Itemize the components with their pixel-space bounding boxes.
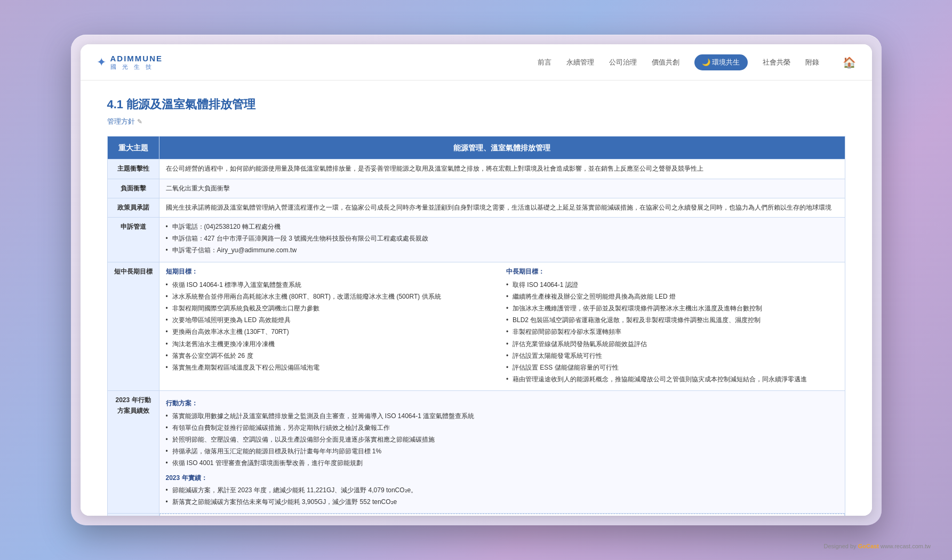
table-row-evaluation: 有效性評估 以能源利用及溫室氣體排放數據做為管理方針 有效性之應及評估指標 46 bbox=[107, 514, 845, 516]
logo-text: ADIMMUNE 國 光 生 技 bbox=[110, 54, 163, 71]
short-term-goals: 短期目標： 依循 ISO 14064-1 標準導入溫室氣體盤查系統 冰水系統整合… bbox=[166, 267, 498, 387]
logo-icon: ✦ bbox=[97, 55, 106, 69]
nav-link-preface[interactable]: 前言 bbox=[538, 58, 551, 67]
edit-icon: ✎ bbox=[137, 118, 142, 125]
footer-brand: Designed by GoCast www.recast.com.tw bbox=[823, 543, 931, 549]
content-area: 4.1 能源及溫室氣體排放管理 管理方針 ✎ 重大主題 能源管理、溫室氣體排放管… bbox=[81, 81, 872, 516]
content-policy: 國光生技承諾將能源及溫室氣體管理納入營運流程運作之一環，在協家公司成長之同時亦考… bbox=[159, 198, 845, 217]
main-table: 重大主題 能源管理、溫室氣體排放管理 主題衝擊性 在公司經營的過程中，如何節約能… bbox=[107, 136, 845, 516]
page-title: 4.1 能源及溫室氣體排放管理 bbox=[107, 97, 845, 113]
label-goals: 短中長期目標 bbox=[107, 262, 159, 391]
label-evaluation: 有效性評估 bbox=[107, 514, 159, 516]
content-action: 行動方案： 落實能源取用數據之統計及溫室氣體排放量之監測及自主審查，並籌備導入 … bbox=[159, 391, 845, 514]
content-evaluation: 以能源利用及溫室氣體排放數據做為管理方針 有效性之應及評估指標 46 bbox=[159, 514, 845, 516]
nav-link-social[interactable]: 社會共榮 bbox=[763, 58, 790, 67]
nav-links: 前言 永續管理 公司治理 價值共創 🌙 環境共生 社會共榮 附錄 🏠 bbox=[538, 54, 856, 70]
content-negative: 二氧化出重大負面衝擊 bbox=[159, 179, 845, 198]
section-label: 管理方針 ✎ bbox=[107, 117, 845, 126]
content-impact: 在公司經營的過程中，如何節約能源使用量及降低溫室氣體排放量，是否妥善管理能源之取… bbox=[159, 159, 845, 179]
label-negative: 負面衝擊 bbox=[107, 179, 159, 198]
browser-window: ✦ ADIMMUNE 國 光 生 技 前言 永續管理 公司治理 價值共創 🌙 環… bbox=[81, 44, 872, 516]
label-action: 2023 年行動方案員績效 bbox=[107, 391, 159, 514]
nav-link-environment[interactable]: 🌙 環境共生 bbox=[694, 54, 748, 70]
nav-link-governance[interactable]: 公司治理 bbox=[609, 58, 637, 67]
header-content-cell: 能源管理、溫室氣體排放管理 bbox=[159, 137, 845, 159]
table-row-goals: 短中長期目標 短期目標： 依循 ISO 14064-1 標準導入溫室氣體盤查系統… bbox=[107, 262, 845, 391]
table-row-policy: 政策員承諾 國光生技承諾將能源及溫室氣體管理納入營運流程運作之一環，在協家公司成… bbox=[107, 198, 845, 217]
table-header-row: 重大主題 能源管理、溫室氣體排放管理 bbox=[107, 137, 845, 159]
table-row-channel: 申訴管道 申訴電話：(04)2538120 轉工程處分機 申訴信箱：427 台中… bbox=[107, 217, 845, 262]
mid-long-term-goals: 中長期目標： 取得 ISO 14064-1 認證 繼續將生產棟複及辦公室之照明能… bbox=[506, 267, 838, 387]
nav-link-value[interactable]: 價值共創 bbox=[652, 58, 679, 67]
label-channel: 申訴管道 bbox=[107, 217, 159, 262]
nav-bar: ✦ ADIMMUNE 國 光 生 技 前言 永續管理 公司治理 價值共創 🌙 環… bbox=[81, 44, 872, 81]
label-impact: 主題衝擊性 bbox=[107, 159, 159, 179]
label-policy: 政策員承諾 bbox=[107, 198, 159, 217]
logo-main: ADIMMUNE bbox=[110, 54, 163, 63]
logo-sub: 國 光 生 技 bbox=[110, 63, 163, 71]
brand-name: GoCast bbox=[858, 543, 879, 549]
table-row-action: 2023 年行動方案員績效 行動方案： 落實能源取用數據之統計及溫室氣體排放量之… bbox=[107, 391, 845, 514]
table-row-impact: 主題衝擊性 在公司經營的過程中，如何節約能源使用量及降低溫室氣體排放量，是否妥善… bbox=[107, 159, 845, 179]
content-goals: 短期目標： 依循 ISO 14064-1 標準導入溫室氣體盤查系統 冰水系統整合… bbox=[159, 262, 845, 391]
content-channel: 申訴電話：(04)2538120 轉工程處分機 申訴信箱：427 台中市潭子區漳… bbox=[159, 217, 845, 262]
logo-area: ✦ ADIMMUNE 國 光 生 技 bbox=[97, 54, 163, 71]
nav-link-appendix[interactable]: 附錄 bbox=[805, 58, 819, 67]
device-frame: ✦ ADIMMUNE 國 光 生 技 前言 永續管理 公司治理 價值共創 🌙 環… bbox=[71, 35, 882, 525]
header-label-cell: 重大主題 bbox=[107, 137, 159, 159]
nav-link-sustainability[interactable]: 永續管理 bbox=[566, 58, 594, 67]
table-row-negative: 負面衝擊 二氧化出重大負面衝擊 bbox=[107, 179, 845, 198]
home-icon[interactable]: 🏠 bbox=[843, 56, 856, 69]
